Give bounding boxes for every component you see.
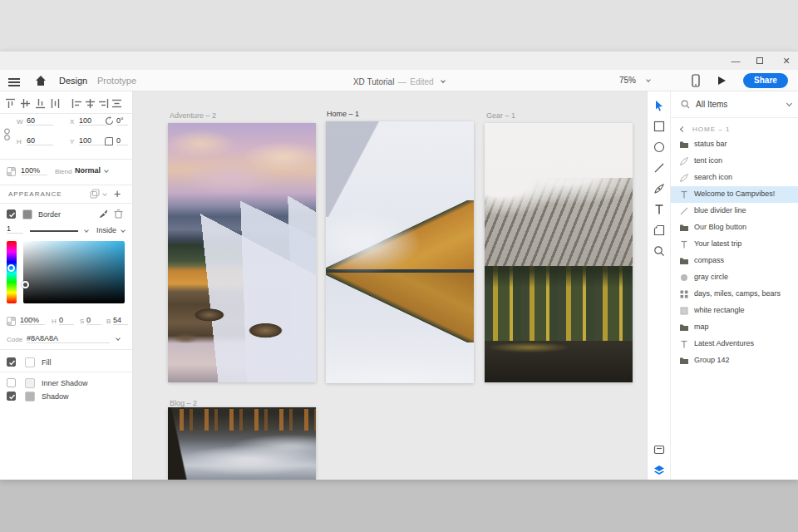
align-center-icon[interactable] xyxy=(85,98,96,109)
fill-label: Fill xyxy=(42,358,52,367)
layer-row-our-blog-button[interactable]: Our Blog button xyxy=(671,219,798,236)
inner-shadow-checkbox[interactable] xyxy=(7,378,16,387)
link-dimensions-icon[interactable] xyxy=(3,128,11,141)
distribute-vertical-icon[interactable] xyxy=(50,98,61,109)
hue-field[interactable]: 0 xyxy=(59,316,74,325)
align-top-icon[interactable] xyxy=(5,98,16,109)
close-button[interactable]: ✕ xyxy=(780,54,793,67)
blend-chevron-down-icon[interactable] xyxy=(104,168,109,173)
layer-row-white-rectangle[interactable]: white rectangle xyxy=(671,303,798,319)
text-tool-icon[interactable] xyxy=(653,204,665,215)
pen-tool-icon[interactable] xyxy=(653,183,665,195)
artboard-name-adventure[interactable]: Adventure – 2 xyxy=(170,111,216,120)
play-icon[interactable] xyxy=(717,76,727,86)
design-canvas[interactable]: Adventure – 2 Home – 1 Gear – 1 Blog – 2 xyxy=(133,91,647,480)
width-field[interactable]: 60 xyxy=(27,116,53,126)
stroke-style-chevron-icon[interactable] xyxy=(84,228,89,233)
saturation-field[interactable]: 0 xyxy=(86,316,101,325)
device-preview-icon[interactable] xyxy=(692,74,700,87)
rectangle-tool-icon[interactable] xyxy=(653,121,665,132)
shadow-swatch[interactable] xyxy=(25,392,35,401)
eyedropper-icon[interactable] xyxy=(98,209,108,219)
stroke-style-select[interactable] xyxy=(30,230,78,232)
layer-row-gray-circle[interactable]: gray circle xyxy=(671,269,798,286)
border-position-chevron-icon[interactable] xyxy=(121,228,126,233)
shadow-checkbox[interactable] xyxy=(7,392,16,401)
align-left-icon[interactable] xyxy=(71,98,82,109)
border-label: Border xyxy=(38,210,61,219)
layer-row-group-142[interactable]: Group 142 xyxy=(671,352,798,369)
saturation-brightness-area[interactable] xyxy=(23,241,125,303)
color-handle[interactable] xyxy=(22,281,29,288)
artboard-blog[interactable] xyxy=(168,407,316,480)
brightness-field[interactable]: 54 xyxy=(113,316,128,325)
x-field[interactable]: 100 xyxy=(79,116,107,126)
artboard-name-gear[interactable]: Gear – 1 xyxy=(486,111,515,120)
layer-filter-value[interactable]: All Items xyxy=(696,100,727,109)
add-appearance-icon[interactable]: + xyxy=(114,187,121,200)
layer-row-tent-icon[interactable]: tent icon xyxy=(671,153,798,170)
shadow-label: Shadow xyxy=(42,392,69,401)
layer-row-compass[interactable]: compass xyxy=(671,253,798,269)
artboard-adventure[interactable] xyxy=(168,123,316,382)
filter-chevron-down-icon[interactable] xyxy=(786,101,792,106)
back-chevron-icon[interactable] xyxy=(680,126,686,132)
adventure-photo xyxy=(168,123,316,382)
artboard-tool-icon[interactable] xyxy=(653,224,665,236)
layer-row-map[interactable]: map xyxy=(671,319,798,336)
layer-row-status-bar[interactable]: status bar xyxy=(671,136,798,153)
title-chevron-down-icon[interactable] xyxy=(441,78,446,83)
layer-filter-row[interactable]: All Items xyxy=(671,91,798,118)
hex-code-field[interactable]: #8A8A8A xyxy=(27,334,110,343)
layer-row-search-icon[interactable]: search icon xyxy=(671,170,798,186)
copy-style-chevron-icon[interactable] xyxy=(102,191,107,196)
zoom-level[interactable]: 75% xyxy=(619,70,636,91)
border-checkbox[interactable] xyxy=(7,209,16,219)
height-field[interactable]: 60 xyxy=(27,136,53,145)
fill-checkbox[interactable] xyxy=(7,357,16,367)
copy-style-icon[interactable] xyxy=(90,189,100,199)
delete-border-icon[interactable] xyxy=(114,209,123,219)
alpha-field[interactable]: 100% xyxy=(20,316,45,325)
align-bottom-icon[interactable] xyxy=(35,98,46,109)
ellipse-tool-icon[interactable] xyxy=(653,141,665,153)
plugins-panel-icon[interactable] xyxy=(653,444,665,456)
stroke-width-field[interactable]: 1 xyxy=(7,224,23,234)
path-icon xyxy=(679,173,689,183)
layer-group-header[interactable]: HOME – 1 xyxy=(671,123,798,136)
line-tool-icon[interactable] xyxy=(653,162,665,174)
align-right-icon[interactable] xyxy=(98,98,109,109)
opacity-field[interactable]: 100% xyxy=(21,166,47,175)
blend-mode-select[interactable]: Normal xyxy=(75,166,101,175)
select-tool-icon[interactable] xyxy=(653,100,665,111)
layers-panel-icon[interactable] xyxy=(653,465,665,476)
border-position-select[interactable]: Inside xyxy=(96,226,116,234)
circle-icon xyxy=(679,273,689,283)
share-button[interactable]: Share xyxy=(743,73,788,88)
maximize-button[interactable] xyxy=(756,57,763,64)
layer-label: tent icon xyxy=(694,156,722,165)
zoom-tool-icon[interactable] xyxy=(653,245,665,257)
minimize-button[interactable]: — xyxy=(729,54,742,67)
window-titlebar: — ✕ xyxy=(0,52,798,70)
artboard-name-home[interactable]: Home – 1 xyxy=(327,110,359,118)
rotation-field[interactable]: 0° xyxy=(116,116,128,126)
border-color-swatch[interactable] xyxy=(22,209,32,219)
fill-color-swatch[interactable] xyxy=(25,357,35,367)
artboard-home[interactable] xyxy=(326,121,474,383)
y-field[interactable]: 100 xyxy=(79,136,107,145)
inner-shadow-swatch[interactable] xyxy=(25,378,35,388)
artboard-gear[interactable] xyxy=(485,123,633,382)
artboard-name-blog[interactable]: Blog – 2 xyxy=(170,399,197,407)
layer-row-latest-adventures[interactable]: Latest Adventures xyxy=(671,336,798,352)
layer-row-your-latest-trip[interactable]: Your latest trip xyxy=(671,236,798,253)
corner-radius-field[interactable]: 0 xyxy=(116,136,128,145)
code-chevron-down-icon[interactable] xyxy=(116,336,121,341)
layer-row-days-miles-camps-bears[interactable]: days, miles, camps, bears xyxy=(671,286,798,303)
align-middle-icon[interactable] xyxy=(20,98,31,109)
distribute-horizontal-icon[interactable] xyxy=(111,98,122,109)
layer-row-welcome-text[interactable]: Welcome to Campvibes! xyxy=(671,186,798,203)
hue-handle[interactable] xyxy=(7,264,15,272)
hue-slider[interactable] xyxy=(7,241,17,303)
layer-row-blue-divider-line[interactable]: blue divider line xyxy=(671,203,798,219)
